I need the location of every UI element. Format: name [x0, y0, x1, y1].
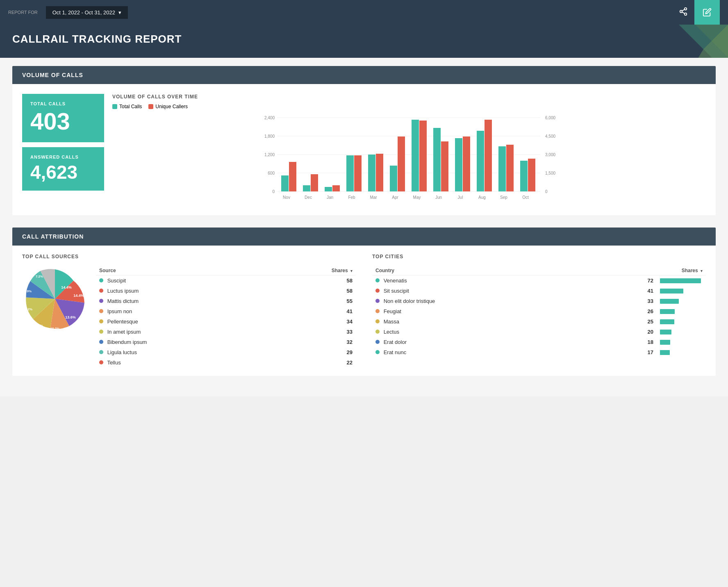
attribution-body: TOP CALL SOURCES — [12, 246, 716, 376]
pie-chart: 14.4% 14.4% 13.6% 10.2% 8.4% 8.2% 7.9% 7… — [22, 266, 88, 332]
svg-rect-34 — [346, 155, 354, 191]
city-color-dot — [375, 330, 380, 334]
volume-chart-area: VOLUME OF CALLS OVER TIME Total Calls Un… — [112, 94, 706, 205]
chart-legend: Total Calls Unique Callers — [112, 104, 706, 109]
svg-text:Jun: Jun — [435, 195, 442, 200]
city-shares-cell: 25 — [612, 316, 657, 327]
city-name-cell: Sit suscipit — [372, 286, 612, 296]
svg-text:7.2%: 7.2% — [36, 275, 43, 278]
city-bar — [660, 330, 671, 334]
city-color-dot — [375, 350, 380, 354]
top-bar-actions — [672, 0, 720, 25]
sort-icon: ▾ — [350, 269, 353, 273]
svg-text:0: 0 — [545, 189, 548, 194]
source-table-row: Tellus 22 — [96, 357, 356, 368]
source-name: Suscipit — [107, 278, 126, 284]
city-bar-cell — [657, 296, 706, 306]
cities-table-row: Feugiat 26 — [372, 306, 706, 316]
svg-rect-55 — [498, 146, 506, 191]
shares-col-header[interactable]: Shares ▾ — [268, 266, 356, 275]
source-color-dot — [99, 319, 103, 323]
source-color-dot — [99, 309, 103, 313]
svg-text:600: 600 — [268, 171, 275, 175]
volume-bar-chart: 2,400 1,800 1,200 600 0 6,000 4,500 — [112, 114, 706, 204]
city-color-dot — [375, 309, 380, 313]
city-name-cell: Massa — [372, 316, 612, 327]
source-name: In amet ipsum — [107, 329, 141, 335]
report-for-label: REPORT FOR — [8, 10, 38, 15]
city-name-cell: Erat nunc — [372, 347, 612, 357]
source-name-cell: Tellus — [96, 357, 268, 368]
svg-text:1,800: 1,800 — [264, 134, 275, 139]
svg-rect-28 — [303, 185, 310, 191]
date-range-value: Oct 1, 2022 - Oct 31, 2022 — [52, 9, 115, 16]
source-name: Ipsum non — [107, 308, 132, 314]
city-name: Erat nunc — [384, 349, 407, 355]
city-name-cell: Venenatis — [372, 275, 612, 286]
source-color-dot — [99, 299, 103, 303]
city-bar — [660, 299, 679, 304]
city-shares-cell: 18 — [612, 337, 657, 347]
attribution-heading: CALL ATTRIBUTION — [22, 233, 84, 240]
cities-table-row: Erat dolor 18 — [372, 337, 706, 347]
svg-line-4 — [682, 9, 685, 11]
svg-text:3,000: 3,000 — [545, 152, 555, 157]
svg-text:6,000: 6,000 — [545, 116, 555, 120]
svg-rect-44 — [419, 121, 427, 191]
source-name-cell: In amet ipsum — [96, 327, 268, 337]
city-bar — [660, 309, 675, 314]
source-name-cell: Pellentesque — [96, 316, 268, 327]
volume-body: TOTAL CALLS 403 ANSWERED CALLS 4,623 VOL… — [12, 84, 716, 215]
city-name-cell: Erat dolor — [372, 337, 612, 347]
svg-text:Jan: Jan — [327, 195, 333, 200]
svg-text:Aug: Aug — [478, 195, 486, 200]
svg-rect-35 — [354, 155, 362, 191]
svg-rect-46 — [433, 128, 441, 191]
svg-rect-50 — [463, 137, 470, 191]
svg-text:0: 0 — [272, 189, 275, 194]
city-name: Lectus — [384, 329, 399, 335]
svg-text:May: May — [413, 195, 421, 200]
date-range-dropdown[interactable]: Oct 1, 2022 - Oct 31, 2022 ▾ — [46, 6, 128, 19]
attribution-section: CALL ATTRIBUTION TOP CALL SOURCES — [12, 228, 716, 376]
city-shares-cell: 26 — [612, 306, 657, 316]
source-col-header: Source — [96, 266, 268, 275]
svg-rect-41 — [398, 137, 405, 191]
svg-text:Apr: Apr — [392, 195, 398, 200]
city-name: Feugiat — [384, 308, 401, 314]
city-bar — [660, 350, 670, 355]
cities-shares-col-header[interactable]: Shares ▾ — [612, 266, 706, 275]
top-sources-col: TOP CALL SOURCES — [22, 254, 356, 368]
svg-text:Dec: Dec — [305, 195, 312, 200]
svg-line-3 — [682, 12, 685, 14]
city-bar-cell — [657, 337, 706, 347]
city-bar — [660, 340, 670, 345]
city-bar-cell — [657, 286, 706, 296]
city-name: Non elit dolor tristique — [384, 298, 435, 304]
volume-section-header: VOLUME OF CALLS — [12, 66, 716, 84]
top-cities-title: TOP CITIES — [372, 254, 706, 259]
source-table-row: Pellentesque 34 — [96, 316, 356, 327]
shares-header-label: Shares — [332, 268, 348, 273]
svg-text:4,500: 4,500 — [545, 134, 555, 139]
source-shares-cell: 58 — [268, 275, 356, 286]
total-calls-label: TOTAL CALLS — [30, 101, 96, 106]
edit-button[interactable] — [694, 0, 720, 25]
city-color-dot — [375, 278, 380, 282]
source-name: Bibendum ipsum — [107, 339, 147, 345]
city-bar-cell — [657, 275, 706, 286]
volume-heading: VOLUME OF CALLS — [22, 72, 83, 78]
share-button[interactable] — [672, 7, 694, 18]
source-name-cell: Luctus ipsum — [96, 286, 268, 296]
top-bar: REPORT FOR Oct 1, 2022 - Oct 31, 2022 ▾ — [0, 0, 728, 25]
svg-rect-52 — [477, 131, 484, 191]
cities-table-row: Lectus 20 — [372, 327, 706, 337]
chart-title: VOLUME OF CALLS OVER TIME — [112, 94, 706, 100]
cities-sort-icon: ▾ — [701, 269, 703, 273]
legend-total-calls: Total Calls — [112, 104, 142, 109]
svg-text:14.4%: 14.4% — [61, 285, 72, 289]
city-bar-cell — [657, 347, 706, 357]
cities-table-row: Non elit dolor tristique 33 — [372, 296, 706, 306]
source-shares-cell: 32 — [268, 337, 356, 347]
city-name: Sit suscipit — [384, 288, 409, 294]
